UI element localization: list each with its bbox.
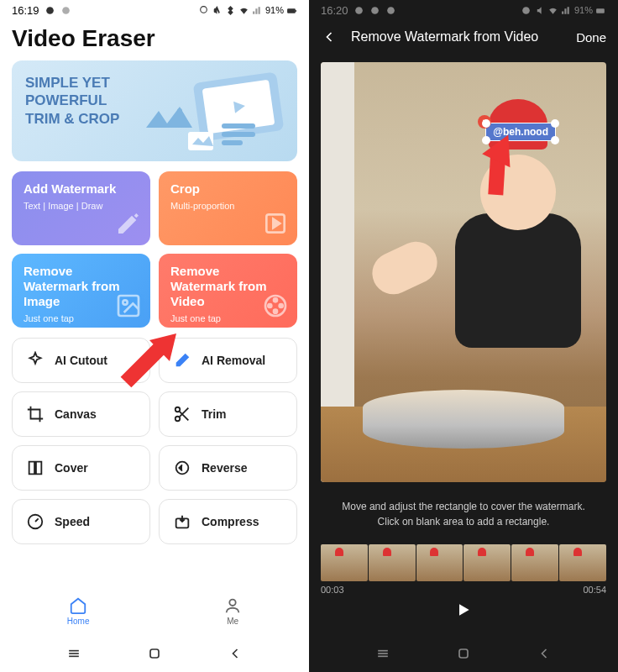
android-nav-bar xyxy=(309,635,618,672)
instruction-line: Move and adjust the rectangle to cover t… xyxy=(326,499,601,514)
svg-marker-7 xyxy=(146,107,192,128)
wifi-icon xyxy=(547,5,558,16)
recents-icon[interactable] xyxy=(65,645,82,662)
tool-label: AI Cutout xyxy=(55,354,107,367)
image-icon xyxy=(115,292,142,319)
timeline-thumb[interactable] xyxy=(321,544,368,581)
add-watermark-card[interactable]: Add Watermark Text | Image | Draw xyxy=(12,171,150,245)
dock-label: Home xyxy=(67,617,90,626)
ai-removal-tool[interactable]: AI Removal xyxy=(159,338,297,383)
status-bar: 16:19 91% xyxy=(0,0,309,20)
watermark-selection-box[interactable]: × @beh.nood xyxy=(485,123,556,141)
tool-label: Speed xyxy=(55,515,90,528)
trim-tool[interactable]: Trim xyxy=(159,391,297,437)
resize-handle[interactable] xyxy=(551,119,559,128)
video-timeline[interactable] xyxy=(309,538,618,583)
watermark-text: @beh.nood xyxy=(493,126,548,138)
card-title: Add Watermark xyxy=(24,181,139,197)
mute-icon xyxy=(534,5,545,16)
svg-point-22 xyxy=(268,304,271,307)
tool-label: Cover xyxy=(55,461,88,475)
done-button[interactable]: Done xyxy=(576,30,606,45)
home-nav-icon[interactable] xyxy=(146,645,163,662)
tool-label: Reverse xyxy=(202,461,248,475)
eraser-icon xyxy=(173,351,191,370)
crop-play-icon xyxy=(262,210,289,237)
speed-tool[interactable]: Speed xyxy=(12,499,150,544)
editor-header: Remove Watermark from Video Done xyxy=(309,20,618,54)
svg-rect-44 xyxy=(459,649,468,658)
timeline-thumb[interactable] xyxy=(511,544,558,581)
svg-rect-13 xyxy=(222,140,243,145)
canvas-tool[interactable]: Canvas xyxy=(12,391,150,437)
app-indicator-icon xyxy=(369,5,380,16)
play-button[interactable] xyxy=(309,596,618,627)
remove-watermark-video-card[interactable]: Remove Watermark from Video Just one tap xyxy=(159,254,297,328)
cover-tool[interactable]: Cover xyxy=(12,445,150,491)
timeline-thumb[interactable] xyxy=(416,544,464,581)
battery-icon xyxy=(286,5,297,16)
dock-me[interactable]: Me xyxy=(223,596,242,626)
app-indicator-icon xyxy=(385,5,396,16)
svg-point-24 xyxy=(175,407,181,412)
svg-point-19 xyxy=(274,298,277,302)
timeline-thumb[interactable] xyxy=(464,544,511,581)
recents-icon[interactable] xyxy=(374,645,391,662)
svg-point-21 xyxy=(274,310,277,313)
time-end: 00:54 xyxy=(583,585,606,595)
compress-tool[interactable]: Compress xyxy=(159,499,297,544)
alarm-icon xyxy=(521,5,532,16)
dock-home[interactable]: Home xyxy=(67,596,90,626)
ai-cutout-tool[interactable]: AI Cutout xyxy=(12,338,150,383)
back-icon[interactable] xyxy=(321,29,338,45)
svg-marker-40 xyxy=(459,604,469,615)
home-icon xyxy=(69,596,87,615)
status-time: 16:19 xyxy=(12,4,39,17)
film-reel-icon xyxy=(262,292,289,319)
wifi-icon xyxy=(238,5,249,16)
reverse-tool[interactable]: Reverse xyxy=(159,445,297,491)
tool-label: Trim xyxy=(202,407,227,421)
play-icon xyxy=(455,601,472,618)
svg-point-20 xyxy=(280,304,283,307)
status-time: 16:20 xyxy=(321,4,348,17)
android-nav-bar xyxy=(0,635,309,672)
star-sparkle-icon xyxy=(26,351,45,370)
back-nav-icon[interactable] xyxy=(536,645,553,662)
svg-rect-3 xyxy=(296,9,296,11)
svg-point-0 xyxy=(46,7,54,14)
battery-text: 91% xyxy=(265,5,284,15)
battery-text: 91% xyxy=(574,5,593,15)
tool-label: Compress xyxy=(202,515,259,528)
person-icon xyxy=(223,596,242,615)
app-indicator-icon xyxy=(45,5,55,16)
resize-handle[interactable] xyxy=(551,136,559,144)
video-preview[interactable]: × @beh.nood xyxy=(321,62,606,482)
svg-point-17 xyxy=(123,300,127,304)
tool-label: AI Removal xyxy=(202,354,265,367)
dock-label: Me xyxy=(227,617,238,626)
home-nav-icon[interactable] xyxy=(455,645,472,662)
timeline-thumb[interactable] xyxy=(559,544,606,581)
editor-title: Remove Watermark from Video xyxy=(351,29,563,45)
app-indicator-icon xyxy=(354,5,364,16)
crop-card[interactable]: Crop Multi-proportion xyxy=(159,171,297,245)
back-nav-icon[interactable] xyxy=(227,645,244,662)
book-icon xyxy=(26,459,45,477)
timeline-thumb[interactable] xyxy=(369,544,416,581)
svg-rect-11 xyxy=(222,123,255,129)
svg-point-1 xyxy=(62,7,70,14)
svg-point-36 xyxy=(387,7,395,14)
scissors-icon xyxy=(173,405,191,423)
svg-point-8 xyxy=(177,108,182,113)
pencil-icon xyxy=(115,210,142,237)
promo-banner[interactable]: SIMPLE YET POWERFUL TRIM & CROP xyxy=(12,60,297,161)
remove-watermark-image-card[interactable]: Remove Watermark from Image Just one tap xyxy=(12,254,150,328)
instructions: Move and adjust the rectangle to cover t… xyxy=(309,491,618,538)
status-bar: 16:20 91% xyxy=(309,0,618,20)
svg-rect-2 xyxy=(287,8,296,13)
signal-icon xyxy=(252,5,263,16)
svg-marker-15 xyxy=(273,219,280,228)
mute-icon xyxy=(212,5,223,16)
app-title: Video Eraser xyxy=(0,20,309,60)
